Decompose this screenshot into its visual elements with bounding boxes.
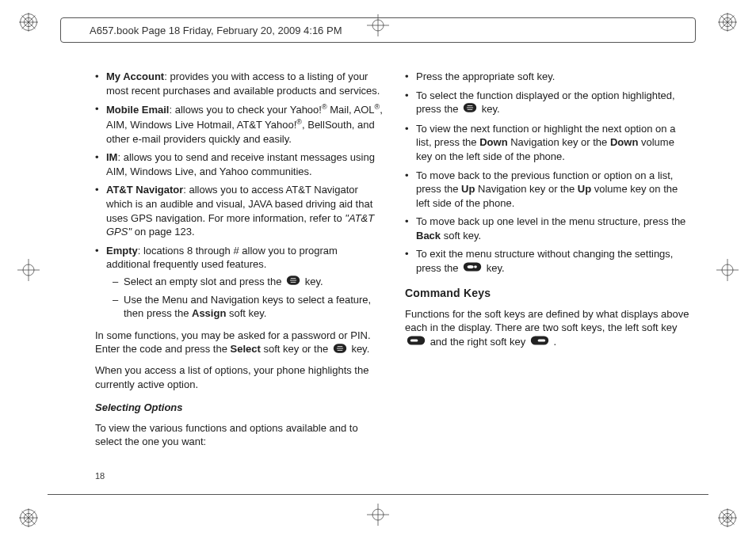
item-text: : allows you to send and receive instant… xyxy=(106,151,375,177)
page-header-text: A657.book Page 18 Friday, February 20, 2… xyxy=(90,25,342,36)
feature-list: My Account: provides you with access to … xyxy=(95,70,383,321)
item-label: IM xyxy=(106,151,117,163)
item-label: AT&T Navigator xyxy=(106,184,183,196)
sub-list-item: Use the Menu and Navigation keys to sele… xyxy=(113,293,383,321)
sub-list: Select an empty slot and press the key. … xyxy=(113,275,383,321)
item-label: Empty xyxy=(106,245,138,257)
center-key-icon xyxy=(286,275,300,290)
paragraph-text: key. xyxy=(351,343,369,355)
list-item: Mobile Email: allows you to check your Y… xyxy=(95,102,383,146)
item-text: key. xyxy=(305,276,323,287)
list-item: My Account: provides you with access to … xyxy=(95,70,383,97)
item-text: soft key. xyxy=(441,230,481,241)
svg-point-49 xyxy=(468,265,474,268)
svg-rect-50 xyxy=(474,266,476,268)
item-label: My Account xyxy=(106,70,164,82)
left-column: My Account: provides you with access to … xyxy=(95,70,383,485)
left-softkey-icon xyxy=(407,335,426,350)
registration-mark-icon xyxy=(17,507,40,529)
item-text: Press the appropriate soft key. xyxy=(416,70,555,82)
registration-mark-icon xyxy=(17,11,40,33)
page-content: My Account: provides you with access to … xyxy=(95,70,693,485)
page-number: 18 xyxy=(95,471,105,481)
list-item: IM: allows you to send and receive insta… xyxy=(95,150,383,178)
item-text: Navigation key or the xyxy=(508,136,610,148)
key-label: Up xyxy=(461,183,475,195)
item-text: Mail, AOL xyxy=(327,104,375,116)
key-label: Down xyxy=(610,136,638,148)
item-text: To exit the menu structure without chang… xyxy=(416,248,673,274)
registration-mark-icon xyxy=(716,11,739,33)
list-item: Press the appropriate soft key. xyxy=(405,70,693,84)
section-heading: Selecting Options xyxy=(95,401,383,415)
center-key-icon xyxy=(463,102,477,117)
item-text: on page 123. xyxy=(132,226,195,238)
item-text: To move back up one level in the menu st… xyxy=(416,215,685,227)
paragraph-text: . xyxy=(554,336,557,348)
item-text: key. xyxy=(482,103,500,115)
list-item: To exit the menu structure without chang… xyxy=(405,247,693,276)
list-item: To view the next function or highlight t… xyxy=(405,122,693,164)
svg-rect-52 xyxy=(410,339,418,341)
section-heading: Command Keys xyxy=(405,286,693,301)
right-softkey-icon xyxy=(530,335,549,350)
item-text: Select an empty slot and press the xyxy=(124,276,284,287)
list-item: To select the function displayed or the … xyxy=(405,89,693,117)
list-item: AT&T Navigator: allows you to access AT&… xyxy=(95,183,383,238)
paragraph-text: Functions for the soft keys are defined … xyxy=(405,308,689,334)
item-text: : locations 8 through # allow you to pro… xyxy=(106,245,338,271)
paragraph: In some functions, you may be asked for … xyxy=(95,329,383,357)
key-label: Back xyxy=(416,230,441,241)
paragraph: To view the various functions and option… xyxy=(95,421,383,449)
paragraph: When you access a list of options, your … xyxy=(95,363,383,391)
registration-mark-icon xyxy=(716,507,739,529)
registered-mark: ® xyxy=(296,118,302,126)
list-item: To move back up one level in the menu st… xyxy=(405,215,693,242)
item-text: To select the function displayed or the … xyxy=(416,89,675,116)
key-label: Down xyxy=(479,136,507,148)
item-text: Navigation key or the xyxy=(475,183,577,195)
page-header-frame: A657.book Page 18 Friday, February 20, 2… xyxy=(60,17,696,43)
item-text: : allows you to check your Yahoo! xyxy=(169,104,321,116)
end-key-icon xyxy=(463,261,482,276)
sub-list-item: Select an empty slot and press the key. xyxy=(113,275,383,290)
softkey-label: Assign xyxy=(192,307,226,319)
key-label: Up xyxy=(578,183,591,195)
list-item: Empty: locations 8 through # allow you t… xyxy=(95,244,383,321)
crop-mark-icon xyxy=(17,259,40,281)
paragraph-text: and the right soft key xyxy=(430,336,529,348)
item-text: soft key. xyxy=(226,307,266,319)
paragraph-text: soft key or the xyxy=(261,343,331,355)
crop-mark-icon xyxy=(716,259,739,281)
item-text: key. xyxy=(487,262,505,274)
right-column: Press the appropriate soft key. To selec… xyxy=(405,70,693,485)
crop-mark-icon xyxy=(367,504,389,526)
softkey-label: Select xyxy=(231,343,261,355)
item-label: Mobile Email xyxy=(106,104,169,116)
list-item: To move back to the previous function or… xyxy=(405,169,693,211)
instruction-list: Press the appropriate soft key. To selec… xyxy=(405,70,693,276)
svg-rect-54 xyxy=(538,339,546,341)
registered-mark: ® xyxy=(322,103,327,111)
paragraph-text: When you access a list of options, your … xyxy=(95,364,368,390)
crop-line xyxy=(48,494,708,495)
paragraph: Functions for the soft keys are defined … xyxy=(405,307,693,350)
center-key-icon xyxy=(333,343,347,358)
paragraph-text: To view the various functions and option… xyxy=(95,422,358,448)
